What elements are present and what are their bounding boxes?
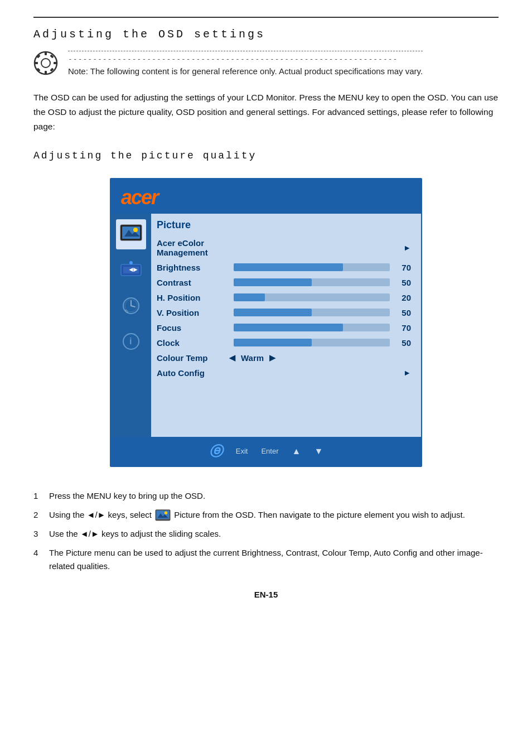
osd-footer: ⓔ Exit Enter ▲ ▼ xyxy=(111,437,421,466)
section1-title: Adjusting the OSD settings xyxy=(33,28,499,41)
clock-fill xyxy=(234,339,312,346)
colourtemp-label: Colour Temp xyxy=(157,353,229,363)
brightness-fill xyxy=(234,263,343,271)
picture-icon xyxy=(120,224,142,244)
osd-content: Picture Acer eColor Management ► Brightn… xyxy=(151,214,421,437)
page-number: EN-15 xyxy=(33,590,499,599)
note-box: ----------------------------------------… xyxy=(33,51,499,78)
svg-text:✎: ✎ xyxy=(124,309,129,315)
osd-exit-label: Exit xyxy=(236,447,248,455)
contrast-fill xyxy=(234,278,312,286)
svg-rect-4 xyxy=(35,62,38,64)
clock-slider[interactable] xyxy=(234,339,390,346)
top-divider xyxy=(33,17,499,18)
vposition-fill xyxy=(234,309,312,316)
osd-row-autoconfig: Auto Config ► xyxy=(157,367,411,379)
vposition-label: V. Position xyxy=(157,308,229,317)
sidebar-picture[interactable] xyxy=(116,219,146,249)
instructions: 1 Press the MENU key to bring up the OSD… xyxy=(33,489,499,573)
instruction-num-2: 2 xyxy=(33,508,49,522)
sidebar-info[interactable]: i xyxy=(116,326,146,357)
osd-enter-label: Enter xyxy=(261,447,278,455)
contrast-value: 50 xyxy=(394,278,411,287)
colourtemp-right[interactable]: ▶ xyxy=(269,353,275,362)
vposition-slider[interactable] xyxy=(234,309,390,316)
clock-icon: ✎ xyxy=(120,296,142,316)
osd-row-vposition: V. Position 50 xyxy=(157,306,411,319)
instruction-num-3: 3 xyxy=(33,527,49,541)
ecolor-label: Acer eColor Management xyxy=(157,238,229,257)
instruction-num-1: 1 xyxy=(33,489,49,503)
instruction-text-1: Press the MENU key to bring up the OSD. xyxy=(49,489,499,503)
svg-point-13 xyxy=(133,228,138,232)
osd-row-ecolor: Acer eColor Management ► xyxy=(157,237,411,259)
sidebar-settings[interactable]: ✎ xyxy=(116,291,146,321)
autoconfig-arrow: ► xyxy=(403,368,411,377)
osd-up-arrow[interactable]: ▲ xyxy=(292,446,301,456)
svg-rect-3 xyxy=(45,71,47,74)
info-icon: i xyxy=(120,331,142,351)
osd-section-title: Picture xyxy=(157,219,411,233)
brightness-value: 70 xyxy=(394,263,411,272)
svg-point-18 xyxy=(129,261,133,264)
colourtemp-value: Warm xyxy=(241,353,264,363)
osd-row-colourtemp: Colour Temp ◀ Warm ▶ xyxy=(157,351,411,364)
note-icon xyxy=(33,51,58,75)
hposition-fill xyxy=(234,293,265,301)
instruction-text-2: Using the ◄/► keys, select Picture from … xyxy=(49,508,499,522)
instruction-text-3: Use the ◄/► keys to adjust the sliding s… xyxy=(49,527,499,541)
svg-point-1 xyxy=(41,59,50,68)
svg-rect-2 xyxy=(45,52,47,55)
instruction-text-4: The Picture menu can be used to adjust t… xyxy=(49,546,499,573)
svg-rect-11 xyxy=(122,227,140,239)
osd-row-brightness: Brightness 70 xyxy=(157,261,411,274)
svg-line-22 xyxy=(131,306,135,307)
picture-inline-icon xyxy=(155,509,171,522)
sidebar-brightness[interactable]: ◄ ► xyxy=(116,255,146,285)
instruction-4: 4 The Picture menu can be used to adjust… xyxy=(33,546,499,573)
brightness-slider[interactable] xyxy=(234,263,390,271)
clock-label: Clock xyxy=(157,338,229,348)
autoconfig-label: Auto Config xyxy=(157,368,229,378)
instruction-2: 2 Using the ◄/► keys, select Picture fro… xyxy=(33,508,499,522)
brightness-icon: ◄ ► xyxy=(120,260,142,280)
hposition-label: H. Position xyxy=(157,293,229,302)
colourtemp-left[interactable]: ◀ xyxy=(229,353,235,362)
brightness-label: Brightness xyxy=(157,263,229,272)
focus-fill xyxy=(234,324,343,331)
focus-label: Focus xyxy=(157,323,229,333)
ecolor-arrow: ► xyxy=(403,243,411,252)
instruction-num-4: 4 xyxy=(33,546,49,560)
osd-header: acer xyxy=(111,179,421,214)
note-dashes: ----------------------------------------… xyxy=(68,55,423,63)
section2-title: Adjusting the picture quality xyxy=(33,150,499,161)
note-content: ----------------------------------------… xyxy=(68,51,423,78)
instruction-1: 1 Press the MENU key to bring up the OSD… xyxy=(33,489,499,503)
svg-rect-5 xyxy=(54,62,57,64)
contrast-label: Contrast xyxy=(157,278,229,287)
note-text: Note: The following content is for gener… xyxy=(68,65,423,78)
osd-row-hposition: H. Position 20 xyxy=(157,291,411,304)
vposition-value: 50 xyxy=(394,308,411,317)
hposition-slider[interactable] xyxy=(234,293,390,301)
svg-point-29 xyxy=(165,511,168,514)
contrast-slider[interactable] xyxy=(234,278,390,286)
focus-slider[interactable] xyxy=(234,324,390,331)
acer-logo: acer xyxy=(121,186,411,209)
hposition-value: 20 xyxy=(394,293,411,302)
svg-text:i: i xyxy=(129,336,132,346)
osd-row-focus: Focus 70 xyxy=(157,321,411,334)
body-text: The OSD can be used for adjusting the se… xyxy=(33,90,499,134)
osd-sidebar: ◄ ► ✎ xyxy=(111,214,151,437)
osd-row-clock: Clock 50 xyxy=(157,336,411,349)
osd-down-arrow[interactable]: ▼ xyxy=(314,446,323,456)
instruction-3: 3 Use the ◄/► keys to adjust the sliding… xyxy=(33,527,499,541)
osd-e-icon: ⓔ xyxy=(209,442,223,460)
svg-text:►: ► xyxy=(132,266,139,273)
settings-icon xyxy=(33,51,58,75)
osd-body: ◄ ► ✎ xyxy=(111,214,421,437)
focus-value: 70 xyxy=(394,323,411,333)
clock-value: 50 xyxy=(394,338,411,348)
osd-row-contrast: Contrast 50 xyxy=(157,276,411,289)
osd-menu: acer ◄ xyxy=(110,178,422,467)
